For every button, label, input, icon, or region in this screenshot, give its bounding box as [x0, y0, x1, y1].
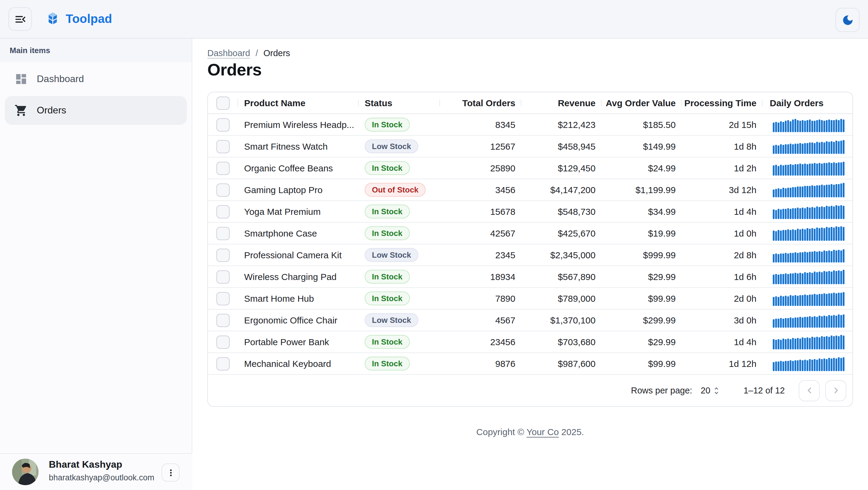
daily-orders-bar [782, 145, 784, 153]
revenue-cell: $425,670 [521, 228, 601, 238]
daily-orders-bar [824, 271, 825, 284]
column-header-avg-order-value[interactable]: Avg Order Value [601, 98, 682, 108]
column-header-processing-time[interactable]: Processing Time [682, 98, 763, 108]
row-checkbox[interactable] [216, 292, 230, 305]
column-header-daily-orders[interactable]: Daily Orders [763, 98, 852, 108]
column-header-product-name[interactable]: Product Name [238, 98, 359, 108]
app-bar: Toolpad [0, 0, 868, 39]
daily-orders-bar [833, 357, 835, 371]
row-checkbox[interactable] [216, 314, 230, 327]
daily-orders-bar [818, 119, 820, 132]
daily-orders-bar [799, 208, 801, 219]
daily-orders-bar [811, 185, 813, 197]
daily-orders-bar [802, 143, 804, 153]
daily-orders-bar [785, 253, 786, 262]
column-header-total-orders[interactable]: Total Orders [440, 98, 521, 108]
daily-orders-bar [797, 273, 799, 284]
user-name: Bharat Kashyap [49, 459, 122, 470]
daily-orders-bar [775, 145, 777, 153]
brand[interactable]: Toolpad [45, 11, 112, 27]
daily-orders-bar [795, 230, 796, 240]
daily-orders-bar [789, 230, 792, 240]
daily-orders-bar [838, 141, 840, 153]
company-link[interactable]: Your Co [527, 427, 559, 437]
daily-orders-bar [838, 250, 840, 262]
daily-orders-bar [833, 250, 835, 262]
daily-orders-bar [804, 163, 806, 175]
row-checkbox[interactable] [216, 140, 230, 153]
menu-open-icon [13, 12, 27, 26]
table-row[interactable]: Gaming Laptop Pro Out of Stock 3456 $4,1… [208, 179, 852, 201]
daily-orders-bar [821, 294, 823, 306]
sidebar-item-label: Orders [37, 105, 66, 116]
table-row[interactable]: Portable Power Bank In Stock 23456 $703,… [208, 331, 852, 353]
row-checkbox[interactable] [216, 162, 230, 175]
daily-orders-bar [804, 294, 806, 306]
table-header-row: Product Name Status Total Orders Revenue… [208, 92, 852, 114]
rows-per-page-select[interactable]: 20 [701, 385, 721, 395]
daily-orders-bar [778, 339, 779, 349]
status-cell: In Stock [359, 335, 440, 349]
daily-orders-bar [816, 272, 818, 284]
daily-orders-bar [809, 207, 811, 219]
table-row[interactable]: Smartphone Case In Stock 42567 $425,670 … [208, 223, 852, 244]
breadcrumb-separator: / [255, 48, 258, 58]
table-row[interactable]: Ergonomic Office Chair Low Stock 4567 $1… [208, 310, 852, 331]
product-name-cell: Mechanical Keyboard [238, 358, 359, 369]
revenue-cell: $129,450 [521, 163, 601, 173]
table-row[interactable]: Smart Fitness Watch Low Stock 12567 $458… [208, 136, 852, 157]
daily-orders-bar [824, 207, 825, 219]
table-row[interactable]: Wireless Charging Pad In Stock 18934 $56… [208, 266, 852, 288]
previous-page-button[interactable] [799, 380, 820, 401]
revenue-cell: $567,890 [521, 271, 601, 282]
theme-toggle-button[interactable] [835, 8, 860, 32]
sidebar-section-label: Main items [0, 39, 192, 62]
daily-orders-bar [826, 294, 828, 306]
daily-orders-bar [838, 270, 840, 284]
daily-orders-bar [838, 292, 840, 306]
daily-orders-bar [804, 359, 806, 371]
daily-orders-bar [775, 122, 777, 132]
row-checkbox[interactable] [216, 335, 230, 348]
table-row[interactable]: Mechanical Keyboard In Stock 9876 $987,6… [208, 353, 852, 375]
processing-time-cell: 1d 6h [682, 271, 763, 282]
daily-orders-bar [787, 120, 789, 132]
row-checkbox[interactable] [216, 183, 230, 196]
daily-orders-bar [782, 208, 784, 219]
daily-orders-bar [799, 317, 801, 327]
user-menu-button[interactable] [161, 463, 180, 482]
row-checkbox[interactable] [216, 205, 230, 218]
table-row[interactable]: Yoga Mat Premium In Stock 15678 $548,730… [208, 201, 852, 223]
sidebar-item-orders[interactable]: Orders [5, 96, 187, 125]
column-header-revenue[interactable]: Revenue [521, 98, 601, 108]
table-row[interactable]: Organic Coffee Beans In Stock 25890 $129… [208, 157, 852, 179]
sidebar: Main items Dashboard Orders [0, 39, 192, 490]
column-header-status[interactable]: Status [359, 98, 440, 108]
status-badge: In Stock [365, 205, 410, 219]
breadcrumb-link-dashboard[interactable]: Dashboard [207, 48, 250, 58]
daily-orders-bar [816, 227, 818, 240]
daily-orders-bar [797, 317, 799, 327]
row-checkbox-cell [208, 248, 238, 262]
avg-order-value-cell: $19.99 [601, 228, 682, 238]
row-checkbox[interactable] [216, 357, 230, 370]
daily-orders-bar [807, 252, 808, 262]
daily-orders-cell [763, 335, 852, 349]
row-checkbox[interactable] [216, 248, 230, 262]
table-row[interactable]: Premium Wireless Headp... In Stock 8345 … [208, 114, 852, 136]
daily-orders-bar [814, 316, 815, 327]
daily-orders-bar [814, 207, 815, 219]
row-checkbox[interactable] [216, 118, 230, 131]
status-cell: Low Stock [359, 248, 440, 262]
row-checkbox[interactable] [216, 227, 230, 240]
daily-orders-bar [780, 230, 782, 240]
select-all-checkbox[interactable] [216, 96, 230, 110]
sidebar-item-dashboard[interactable]: Dashboard [5, 64, 187, 93]
daily-orders-bar [838, 205, 840, 219]
table-row[interactable]: Smart Home Hub In Stock 7890 $789,000 $9… [208, 288, 852, 310]
menu-toggle-button[interactable] [8, 7, 32, 31]
next-page-button[interactable] [825, 380, 846, 401]
table-row[interactable]: Professional Camera Kit Low Stock 2345 $… [208, 244, 852, 266]
row-checkbox[interactable] [216, 270, 230, 283]
daily-orders-bar [807, 120, 808, 132]
